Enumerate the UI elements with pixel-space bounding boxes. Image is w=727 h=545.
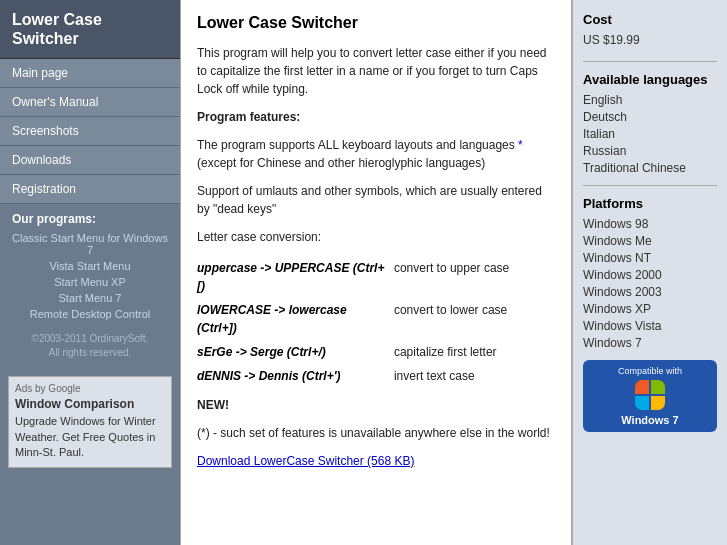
separator-2 — [583, 185, 717, 186]
program-classic-start-menu[interactable]: Classic Start Menu for Windows 7 — [0, 230, 180, 258]
program-vista-start-menu[interactable]: Vista Start Menu — [0, 258, 180, 274]
page-title: Lower Case Switcher — [197, 14, 555, 32]
cmd-capitalize: sErGe -> Serge (Ctrl+/) — [197, 340, 394, 364]
nav-downloads[interactable]: Downloads — [0, 146, 180, 175]
lang-english: English — [583, 93, 717, 107]
table-row: lOWERCASE -> lowercase (Ctrl+]) convert … — [197, 298, 555, 340]
program-start-menu-xp[interactable]: Start Menu XP — [0, 274, 180, 290]
nav-owners-manual[interactable]: Owner's Manual — [0, 88, 180, 117]
main-content: Lower Case Switcher This program will he… — [180, 0, 572, 545]
program-start-menu-7[interactable]: Start Menu 7 — [0, 290, 180, 306]
download-link[interactable]: Download LowerCase Switcher (568 KB) — [197, 454, 414, 468]
program-features-label: Program features: — [197, 108, 555, 126]
platform-win2003: Windows 2003 — [583, 285, 717, 299]
lang-italian: Italian — [583, 127, 717, 141]
logo: Lower Case Switcher — [12, 10, 168, 48]
badge-compatible-label: Compatible with — [591, 366, 709, 376]
cost-label: Cost — [583, 12, 717, 27]
platform-winme: Windows Me — [583, 234, 717, 248]
ads-label: Ads by Google — [15, 383, 165, 394]
features-intro: The program supports ALL keyboard layout… — [197, 136, 555, 172]
feature-dead-keys: Support of umlauts and other symbols, wh… — [197, 182, 555, 218]
conversion-table: uppercase -> UPPERCASE (Ctrl+[) convert … — [197, 256, 555, 388]
logo-area: Lower Case Switcher — [0, 0, 180, 59]
sidebar: Lower Case Switcher Main page Owner's Ma… — [0, 0, 180, 545]
desc-lowercase: convert to lower case — [394, 298, 555, 340]
feature-case-label: Letter case conversion: — [197, 228, 555, 246]
platform-win2000: Windows 2000 — [583, 268, 717, 282]
right-sidebar: Cost US $19.99 Available languages Engli… — [572, 0, 727, 545]
flag-q2 — [651, 380, 665, 394]
ads-body: Upgrade Windows for Winter Weather. Get … — [15, 414, 165, 460]
cmd-lowercase: lOWERCASE -> lowercase (Ctrl+]) — [197, 298, 394, 340]
platform-win98: Windows 98 — [583, 217, 717, 231]
lang-traditional-chinese: Traditional Chinese — [583, 161, 717, 175]
platform-win7: Windows 7 — [583, 336, 717, 350]
cmd-invert: dENNIS -> Dennis (Ctrl+') — [197, 364, 394, 388]
win7-compatibility-badge: Compatible with Windows 7 — [583, 360, 717, 432]
table-row: dENNIS -> Dennis (Ctrl+') invert text ca… — [197, 364, 555, 388]
platform-winvista: Windows Vista — [583, 319, 717, 333]
desc-capitalize: capitalize first letter — [394, 340, 555, 364]
nav-screenshots[interactable]: Screenshots — [0, 117, 180, 146]
table-row: sErGe -> Serge (Ctrl+/) capitalize first… — [197, 340, 555, 364]
cmd-uppercase: uppercase -> UPPERCASE (Ctrl+[) — [197, 256, 394, 298]
lang-russian: Russian — [583, 144, 717, 158]
platforms-label: Platforms — [583, 196, 717, 211]
separator-1 — [583, 61, 717, 62]
intro-paragraph: This program will help you to convert le… — [197, 44, 555, 98]
table-row: uppercase -> UPPERCASE (Ctrl+[) convert … — [197, 256, 555, 298]
nav-main-page[interactable]: Main page — [0, 59, 180, 88]
new-label: NEW! — [197, 396, 555, 414]
desc-uppercase: convert to upper case — [394, 256, 555, 298]
flag-q1 — [635, 380, 649, 394]
our-programs-label: Our programs: — [0, 204, 180, 230]
flag-q3 — [635, 396, 649, 410]
flag-q4 — [651, 396, 665, 410]
badge-win7-label: Windows 7 — [591, 414, 709, 426]
desc-invert: invert text case — [394, 364, 555, 388]
nav-menu: Main page Owner's Manual Screenshots Dow… — [0, 59, 180, 204]
asterisk-link[interactable]: * — [518, 138, 523, 152]
program-remote-desktop[interactable]: Remote Desktop Control — [0, 306, 180, 322]
copyright: ©2003-2011 OrdinarySoft.All rights reser… — [0, 322, 180, 370]
cost-value: US $19.99 — [583, 33, 717, 47]
ads-box: Ads by Google Window Comparison Upgrade … — [8, 376, 172, 467]
platform-winnt: Windows NT — [583, 251, 717, 265]
lang-deutsch: Deutsch — [583, 110, 717, 124]
asterisk-note: (*) - such set of features is unavailabl… — [197, 424, 555, 442]
nav-registration[interactable]: Registration — [0, 175, 180, 204]
win7-flag-icon — [635, 380, 665, 410]
platform-winxp: Windows XP — [583, 302, 717, 316]
ads-title: Window Comparison — [15, 397, 165, 411]
languages-label: Available languages — [583, 72, 717, 87]
